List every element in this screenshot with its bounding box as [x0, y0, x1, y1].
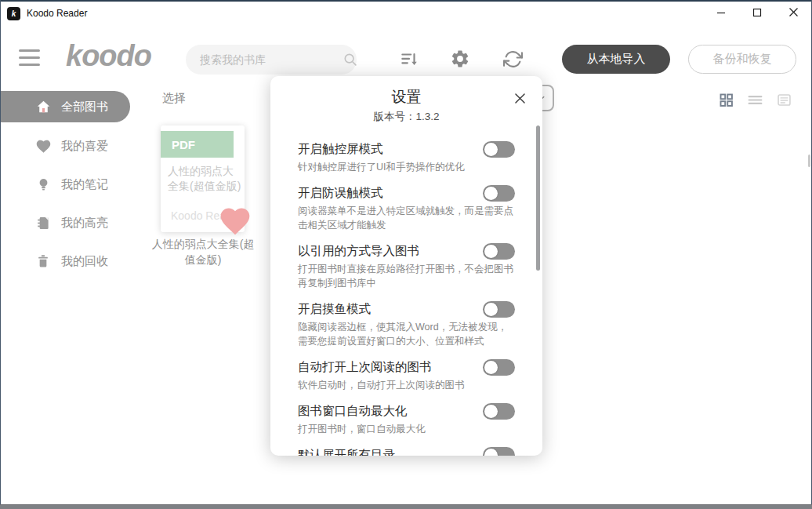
toggle-knob	[484, 303, 498, 316]
toggle-knob	[484, 143, 498, 156]
setting-label: 以引用的方式导入图书	[298, 242, 419, 260]
trash-icon	[34, 253, 52, 270]
toggle-open-last-book[interactable]	[483, 359, 515, 376]
toggle-knob	[484, 187, 498, 200]
setting-row-expand-toc: 默认展开所有目录 自动展开图书的多级目录	[298, 446, 515, 456]
close-icon	[513, 91, 527, 106]
setting-label: 默认展开所有目录	[298, 446, 395, 456]
modal-scrollbar[interactable]	[536, 125, 540, 271]
sync-icon	[503, 49, 523, 69]
maximize-icon	[752, 6, 762, 20]
app-window: k Koodo Reader koodo	[0, 0, 812, 509]
settings-button[interactable]	[449, 48, 471, 70]
setting-row-import-reference: 以引用的方式导入图书 打开图书时直接在原始路径打开图书，不会把图书再复制到图书库…	[298, 242, 515, 290]
toggle-slacking-mode[interactable]	[483, 301, 515, 318]
book-title-caption: 人性的弱点大全集(超值金版)	[151, 236, 255, 268]
gear-icon	[450, 49, 470, 69]
close-icon	[788, 6, 799, 20]
settings-title: 设置	[298, 87, 515, 107]
setting-row-open-last-book: 自动打开上次阅读的图书 软件启动时，自动打开上次阅读的图书	[298, 358, 515, 392]
toggle-knob	[484, 405, 498, 418]
sidebar-item-label: 我的喜爱	[61, 139, 108, 154]
window-title: Koodo Reader	[27, 8, 87, 19]
sidebar-item-all-books[interactable]: 全部图书	[0, 91, 130, 122]
toggle-import-reference[interactable]	[483, 243, 515, 260]
home-icon	[34, 98, 52, 115]
setting-label: 图书窗口自动最大化	[298, 402, 408, 420]
toggle-knob	[484, 449, 498, 456]
sort-button[interactable]	[398, 49, 420, 71]
settings-modal: 设置 版本号：1.3.2 开启触控屏模式 针对触控屏进行了UI和手势操作的优化 …	[270, 76, 542, 456]
setting-desc: 打开图书时直接在原始路径打开图书，不会把图书再复制到图书库中	[298, 262, 515, 290]
heart-icon	[34, 137, 52, 155]
list-view-button[interactable]	[746, 91, 763, 108]
setting-row-mistouch: 开启防误触模式 阅读器菜单不是进入特定区域就触发，而是需要点击相关区域才能触发	[298, 184, 515, 232]
grid-view-button[interactable]	[717, 91, 734, 108]
minimize-button[interactable]	[703, 2, 739, 25]
toggle-knob	[484, 245, 498, 258]
settings-version: 版本号：1.3.2	[298, 110, 515, 124]
setting-desc: 软件启动时，自动打开上次阅读的图书	[298, 378, 515, 392]
setting-desc: 隐藏阅读器边框，使其混入Word，无法被发现，需要您提前设置好窗口的大小、位置和…	[298, 320, 515, 348]
setting-label: 开启触控屏模式	[298, 140, 383, 158]
toggle-auto-maximize[interactable]	[483, 403, 515, 420]
settings-list: 开启触控屏模式 针对触控屏进行了UI和手势操作的优化 开启防误触模式 阅读器菜单…	[298, 140, 515, 456]
toggle-mistouch[interactable]	[483, 185, 515, 202]
search-icon	[342, 51, 359, 68]
minimize-icon	[716, 6, 726, 20]
grid-view-icon	[718, 92, 734, 108]
toggle-knob	[484, 361, 498, 374]
sort-icon	[399, 49, 419, 70]
koodo-logo: koodo	[66, 39, 151, 73]
setting-row-auto-maximize: 图书窗口自动最大化 打开图书时，窗口自动最大化	[298, 402, 515, 436]
setting-desc: 打开图书时，窗口自动最大化	[298, 422, 515, 436]
notebook-icon	[34, 214, 52, 231]
setting-desc: 阅读器菜单不是进入特定区域就触发，而是需要点击相关区域才能触发	[298, 204, 515, 232]
card-view-button[interactable]	[775, 91, 792, 108]
search-box[interactable]	[186, 45, 357, 75]
format-badge: PDF	[161, 131, 234, 158]
sidebar-item-label: 我的笔记	[61, 177, 108, 192]
setting-desc: 针对触控屏进行了UI和手势操作的优化	[298, 160, 515, 174]
sync-button[interactable]	[502, 48, 524, 70]
backup-restore-button[interactable]: 备份和恢复	[688, 45, 796, 74]
window-controls	[703, 2, 811, 25]
menu-hamburger-icon[interactable]	[19, 49, 40, 66]
window-frame-bottom[interactable]	[0, 504, 812, 509]
titlebar[interactable]: k Koodo Reader	[1, 2, 811, 25]
book-card[interactable]: PDF 人性的弱点大全集(超值金版) Koodo Read	[161, 125, 245, 232]
main-scrollbar[interactable]	[808, 155, 810, 167]
lightbulb-icon	[34, 176, 52, 193]
setting-label: 开启防误触模式	[298, 184, 383, 202]
setting-row-touch-mode: 开启触控屏模式 针对触控屏进行了UI和手势操作的优化	[298, 140, 515, 174]
window-frame-top	[0, 0, 812, 2]
setting-label: 自动打开上次阅读的图书	[298, 358, 432, 376]
search-input[interactable]	[186, 53, 342, 66]
toggle-touch-mode[interactable]	[483, 141, 515, 158]
window-frame-left	[0, 0, 1, 509]
close-button[interactable]	[775, 2, 811, 25]
favorite-heart-icon[interactable]	[218, 204, 252, 238]
list-view-icon	[747, 92, 763, 108]
select-mode-label[interactable]: 选择	[162, 91, 186, 106]
book-cover-title: 人性的弱点大全集(超值金版)	[168, 164, 241, 195]
setting-label: 开启摸鱼模式	[298, 300, 371, 318]
card-view-icon	[776, 92, 792, 108]
app-logo-icon: k	[7, 7, 20, 20]
sidebar-item-label: 全部图书	[61, 100, 108, 115]
sidebar-item-label: 我的高亮	[61, 216, 108, 231]
import-local-button[interactable]: 从本地导入	[562, 45, 670, 74]
sidebar-item-label: 我的回收	[61, 254, 108, 269]
toggle-expand-toc[interactable]	[483, 447, 515, 456]
maximize-button[interactable]	[739, 2, 775, 25]
setting-row-slacking-mode: 开启摸鱼模式 隐藏阅读器边框，使其混入Word，无法被发现，需要您提前设置好窗口…	[298, 300, 515, 348]
modal-close-button[interactable]	[511, 89, 528, 107]
